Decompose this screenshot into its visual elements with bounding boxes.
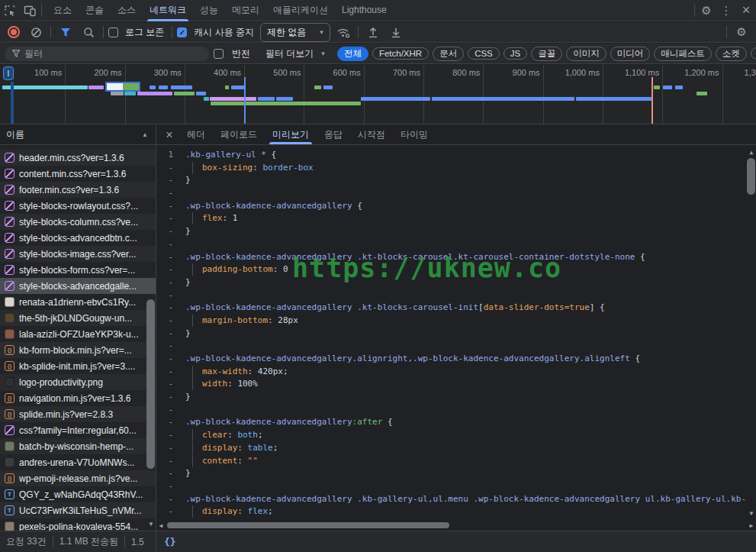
overview-tick-label: 800 ms	[422, 68, 480, 77]
more-filters-label[interactable]: 필터 더보기	[265, 47, 314, 60]
throttling-select[interactable]: 제한 없음 ▾	[260, 23, 330, 42]
preview-tab-4[interactable]: 시작점	[350, 125, 393, 144]
code-scroll-up-icon[interactable]: ▲	[747, 149, 756, 156]
inspect-element-icon[interactable]	[0, 1, 20, 21]
resource-filter-4[interactable]: JS	[503, 47, 527, 60]
panel-tab-console[interactable]: 콘솔	[79, 0, 111, 21]
resource-filter-1[interactable]: Fetch/XHR	[372, 47, 429, 60]
record-network-log-button[interactable]	[8, 26, 20, 38]
waterfall-bar	[174, 92, 195, 95]
close-preview-icon[interactable]: ×	[161, 128, 178, 142]
line-text	[185, 187, 745, 200]
code-scroll-down-icon[interactable]: ▼	[747, 510, 756, 517]
import-har-icon[interactable]	[363, 22, 383, 42]
request-row[interactable]: style-blocks-advancedgalle...	[0, 278, 156, 294]
finish-time: 1.5	[131, 537, 144, 547]
request-row[interactable]: style-blocks-image.css?ver...	[0, 246, 156, 262]
pretty-print-icon[interactable]: {}	[164, 536, 176, 547]
request-row[interactable]: style-blocks-form.css?ver=...	[0, 262, 156, 278]
resource-filter-0[interactable]: 전체	[337, 47, 368, 61]
request-row[interactable]: content.min.css?ver=1.3.6	[0, 166, 156, 182]
settings-gear-icon[interactable]: ⚙	[696, 1, 716, 21]
more-menu-icon[interactable]: ⋮	[716, 1, 736, 21]
line-text: max-width: 420px;	[185, 366, 745, 379]
css-file-icon	[5, 425, 14, 435]
indent-guide	[192, 162, 202, 174]
request-row[interactable]: the-5th-jkDLNDGougw-un...	[0, 310, 156, 326]
request-row[interactable]: renata-a1drienn-ebvCs1Ry...	[0, 294, 156, 310]
panel-tab-performance[interactable]: 성능	[193, 0, 225, 21]
request-row[interactable]: pexels-polina-kovaleva-554...	[0, 518, 156, 531]
waterfall-bar	[210, 97, 256, 101]
network-overview[interactable]: 100 ms200 ms300 ms400 ms500 ms600 ms700 …	[0, 65, 756, 124]
resource-filter-2[interactable]: 문서	[433, 47, 464, 61]
export-har-icon[interactable]	[386, 22, 406, 42]
resource-filter-6[interactable]: 이미지	[566, 47, 606, 61]
requests-scrollbar-thumb[interactable]	[146, 299, 155, 469]
waterfall-bar	[654, 86, 660, 89]
filter-funnel-icon[interactable]	[56, 22, 76, 42]
line-gutter: -	[156, 328, 185, 341]
code-scrollbar-thumb[interactable]	[747, 158, 755, 195]
resource-filter-10[interactable]: Wasm	[751, 47, 756, 60]
device-toolbar-icon[interactable]	[20, 1, 40, 21]
line-gutter: -	[156, 162, 185, 175]
request-row[interactable]: batch-by-wisconsin-hemp-...	[0, 438, 156, 454]
request-row[interactable]: lala-azizli-OFZUaeYKP3k-u...	[0, 326, 156, 342]
disable-cache-checkbox[interactable]: ✓	[177, 27, 187, 37]
preserve-log-checkbox[interactable]	[108, 27, 118, 37]
panel-tab-network[interactable]: 네트워크	[143, 0, 193, 21]
preview-tab-0[interactable]: 헤더	[179, 125, 213, 144]
close-devtools-icon[interactable]: ×	[736, 1, 756, 21]
request-row[interactable]: {}navigation.min.js?ver=1.3.6	[0, 390, 156, 406]
request-row[interactable]: footer.min.css?ver=1.3.6	[0, 182, 156, 198]
invert-filter-checkbox[interactable]	[214, 49, 224, 59]
network-settings-gear-icon[interactable]: ⚙	[732, 22, 751, 42]
request-row[interactable]: logo-productivity.png	[0, 374, 156, 390]
resource-filter-7[interactable]: 미디어	[610, 47, 651, 61]
request-row[interactable]: style-blocks-column.css?ve...	[0, 214, 156, 230]
code-hscrollbar-thumb[interactable]	[167, 522, 449, 528]
request-row[interactable]: andres-urena-V7UoMNWs...	[0, 454, 156, 470]
request-row[interactable]: style-blocks-advancedbtn.c...	[0, 230, 156, 246]
preview-tab-3[interactable]: 응답	[317, 125, 350, 144]
resource-filter-5[interactable]: 글꼴	[531, 47, 562, 61]
scroll-down-icon[interactable]: ▼	[146, 521, 156, 528]
code-line: -.wp-block-kadence-advancedgallery .kb-g…	[156, 493, 745, 506]
panel-tab-lighthouse[interactable]: Lighthouse	[335, 0, 394, 21]
request-row[interactable]: {}splide.min.js?ver=2.8.3	[0, 406, 156, 422]
scroll-up-icon[interactable]: ▲	[140, 131, 150, 138]
request-row[interactable]: TUcC73FwrK3iLTeHuS_nVMr...	[0, 502, 156, 518]
panel-tab-memory[interactable]: 메모리	[225, 0, 266, 21]
scroll-left-icon[interactable]: ◀	[156, 522, 166, 529]
code-hscrollbar[interactable]: ◀ ▶	[156, 520, 756, 531]
search-icon[interactable]	[79, 22, 98, 42]
request-row[interactable]: TQGY_z_wNahGAdqQ43RhV...	[0, 486, 156, 502]
panel-tab-elements[interactable]: 요소	[47, 0, 79, 21]
preview-tab-5[interactable]: 타이밍	[393, 125, 436, 144]
code-viewer[interactable]: 1.kb-gallery-ul * {-box-sizing: border-b…	[156, 146, 756, 531]
filter-input[interactable]	[24, 48, 201, 59]
request-row[interactable]: {}wp-emoji-release.min.js?ve...	[0, 470, 156, 486]
filter-input-wrap	[5, 47, 209, 61]
divider	[694, 5, 695, 17]
preview-tab-1[interactable]: 페이로드	[213, 125, 265, 144]
request-row[interactable]: css?family=Inter:regular,60...	[0, 422, 156, 438]
name-column-header[interactable]: 이름 ▲	[0, 125, 156, 145]
request-row[interactable]: {}kb-splide-init.min.js?ver=3....	[0, 358, 156, 374]
panel-tab-application[interactable]: 애플리케이션	[266, 0, 335, 21]
network-conditions-icon[interactable]	[333, 22, 353, 42]
resource-filter-3[interactable]: CSS	[468, 47, 500, 60]
request-row[interactable]: style-blocks-rowlayout.css?...	[0, 198, 156, 214]
scroll-right-icon[interactable]: ▶	[747, 522, 756, 529]
resource-filter-8[interactable]: 매니페스트	[654, 47, 712, 61]
request-row[interactable]: {}kb-form-block.min.js?ver=...	[0, 342, 156, 358]
overview-handle[interactable]: I	[3, 66, 14, 80]
clear-network-log-icon[interactable]	[26, 22, 46, 42]
filter-funnel-small-icon	[12, 50, 20, 57]
panel-tab-sources[interactable]: 소스	[111, 0, 143, 21]
preview-tab-2[interactable]: 미리보기	[265, 125, 317, 144]
line-text	[185, 289, 745, 302]
resource-filter-9[interactable]: 소켓	[716, 47, 747, 61]
request-row[interactable]: header.min.css?ver=1.3.6	[0, 150, 156, 166]
